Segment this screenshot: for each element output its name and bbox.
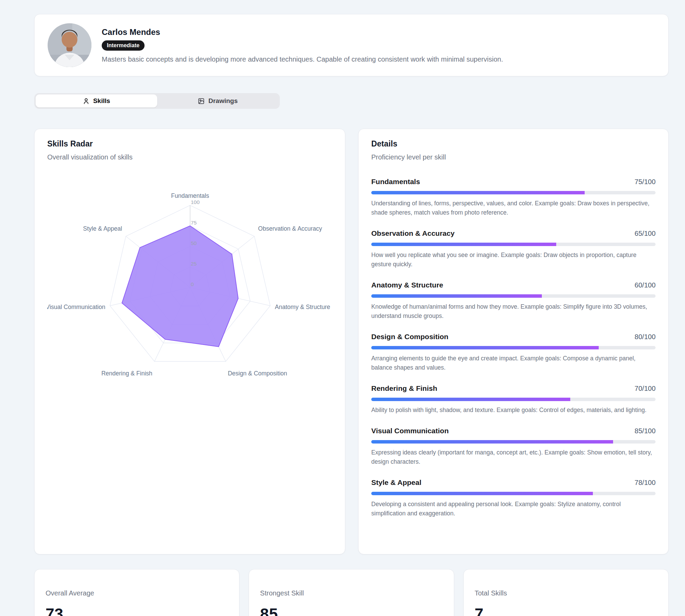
person-icon [83, 98, 90, 105]
tab-drawings[interactable]: Drawings [157, 94, 279, 107]
avatar [48, 23, 91, 67]
skill-row-head: Rendering & Finish 70/100 [371, 384, 656, 393]
profile-info: Carlos Mendes Intermediate Masters basic… [102, 27, 503, 63]
skill-progress-track [371, 191, 656, 194]
skill-row: Observation & Accuracy 65/100 How well y… [371, 229, 656, 269]
skill-score: 80/100 [635, 333, 656, 341]
stat-label: Strongest Skill [260, 589, 443, 597]
skill-name: Visual Communication [371, 427, 449, 435]
skill-progress-track [371, 243, 656, 246]
skill-row-head: Anatomy & Structure 60/100 [371, 281, 656, 289]
skill-progress-fill [371, 492, 593, 495]
radar-card-subtitle: Overall visualization of skills [47, 153, 332, 161]
skill-row: Style & Appeal 78/100 Developing a consi… [371, 478, 656, 518]
radar-axis-label: Anatomy & Structure [275, 304, 330, 310]
skill-row-head: Observation & Accuracy 65/100 [371, 229, 656, 238]
page-root: Carlos Mendes Intermediate Masters basic… [34, 0, 669, 616]
tab-skills-label: Skills [93, 97, 110, 105]
stat-card: Total Skills 7 [463, 569, 669, 616]
skill-progress-fill [371, 191, 585, 194]
skill-row: Anatomy & Structure 60/100 Knowledge of … [371, 281, 656, 321]
stat-value: 73 [46, 605, 228, 616]
radar-tick-label: 0 [191, 281, 194, 287]
skill-description: Expressing ideas clearly (important for … [371, 448, 653, 466]
radar-axis-label: Style & Appeal [83, 225, 122, 232]
main-grid: Skills Radar Overall visualization of sk… [34, 129, 669, 554]
skill-progress-fill [371, 440, 613, 444]
radar-data-polygon [122, 226, 238, 347]
radar-tick-label: 75 [191, 220, 197, 226]
radar-axis-label: Design & Composition [228, 370, 287, 377]
skill-score: 75/100 [635, 178, 656, 186]
radar-chart: 0255075100FundamentalsObservation & Accu… [47, 190, 333, 384]
skill-name: Design & Composition [371, 333, 448, 341]
skill-progress-track [371, 440, 656, 444]
tab-bar: Skills Drawings [34, 93, 280, 109]
skill-row: Rendering & Finish 70/100 Ability to pol… [371, 384, 656, 415]
skill-name: Style & Appeal [371, 478, 421, 487]
skill-progress-fill [371, 294, 542, 298]
image-icon [198, 98, 205, 105]
skill-description: Developing a consistent and appealing pe… [371, 500, 653, 518]
skill-score: 70/100 [635, 385, 656, 393]
radar-axis-label: Fundamentals [171, 192, 209, 199]
stat-label: Overall Average [46, 589, 228, 597]
skill-score: 78/100 [635, 479, 656, 487]
skills-list: Fundamentals 75/100 Understanding of lin… [371, 178, 656, 518]
profile-card: Carlos Mendes Intermediate Masters basic… [34, 14, 669, 76]
details-card-title: Details [371, 139, 656, 149]
radar-tick-label: 25 [191, 261, 197, 267]
skill-row-head: Design & Composition 80/100 [371, 333, 656, 341]
skill-progress-fill [371, 346, 599, 349]
stat-card: Strongest Skill 85 [249, 569, 454, 616]
skill-progress-fill [371, 243, 556, 246]
skill-score: 65/100 [635, 230, 656, 238]
radar-axis-label: Observation & Accuracy [258, 225, 322, 232]
radar-axis-label: Visual Communication [47, 304, 105, 310]
radar-chart-wrap: 0255075100FundamentalsObservation & Accu… [47, 190, 332, 384]
stat-value: 7 [475, 605, 657, 616]
profile-description: Masters basic concepts and is developing… [102, 55, 503, 63]
skill-progress-fill [371, 398, 570, 401]
details-card: Details Proficiency level per skill Fund… [358, 129, 669, 554]
skill-row: Fundamentals 75/100 Understanding of lin… [371, 178, 656, 217]
skill-description: Understanding of lines, forms, perspecti… [371, 199, 653, 217]
skill-row-head: Style & Appeal 78/100 [371, 478, 656, 487]
level-badge: Intermediate [102, 40, 145, 51]
radar-axis-label: Rendering & Finish [101, 370, 152, 377]
profile-name: Carlos Mendes [102, 27, 503, 37]
avatar-photo-placeholder [48, 23, 91, 67]
radar-tick-label: 100 [191, 199, 200, 205]
skill-name: Rendering & Finish [371, 384, 437, 393]
skill-row-head: Visual Communication 85/100 [371, 427, 656, 435]
skill-progress-track [371, 398, 656, 401]
skill-score: 85/100 [635, 427, 656, 435]
skill-progress-track [371, 294, 656, 298]
skill-name: Fundamentals [371, 178, 420, 186]
stat-value: 85 [260, 605, 443, 616]
radar-card-title: Skills Radar [47, 139, 332, 149]
stats-row: Overall Average 73 Strongest Skill 85 To… [34, 569, 669, 616]
skill-name: Anatomy & Structure [371, 281, 443, 289]
skill-row-head: Fundamentals 75/100 [371, 178, 656, 186]
skills-radar-card: Skills Radar Overall visualization of sk… [34, 129, 345, 554]
skill-progress-track [371, 492, 656, 495]
details-card-subtitle: Proficiency level per skill [371, 153, 656, 161]
skill-progress-track [371, 346, 656, 349]
radar-tick-label: 50 [191, 240, 197, 246]
skill-name: Observation & Accuracy [371, 229, 454, 238]
skill-row: Visual Communication 85/100 Expressing i… [371, 427, 656, 466]
tab-drawings-label: Drawings [208, 97, 238, 105]
skill-row: Design & Composition 80/100 Arranging el… [371, 333, 656, 372]
skill-description: Ability to polish with light, shadow, an… [371, 406, 653, 415]
stat-label: Total Skills [475, 589, 657, 597]
stat-card: Overall Average 73 [34, 569, 239, 616]
tab-skills[interactable]: Skills [36, 94, 157, 107]
skill-description: Knowledge of human/animal forms and how … [371, 302, 653, 321]
skill-description: Arranging elements to guide the eye and … [371, 354, 653, 372]
skill-score: 60/100 [635, 281, 656, 289]
skill-description: How well you replicate what you see or i… [371, 251, 653, 269]
